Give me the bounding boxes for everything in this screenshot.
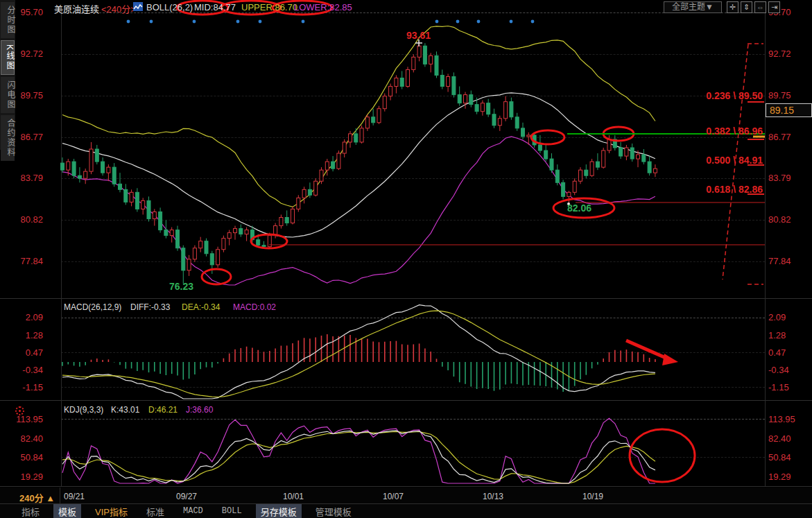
- boll-lower-value: LOWER:82.85: [294, 2, 352, 12]
- toolbar-standard[interactable]: 标准: [141, 504, 169, 518]
- theme-dropdown-button[interactable]: 全部主题▼: [664, 1, 722, 13]
- kdj-indicator-name: KDJ(9,3,3): [64, 405, 103, 415]
- macd-dea-value: DEA:-0.34: [182, 302, 220, 312]
- toolbar-indicators[interactable]: 指标: [17, 504, 44, 518]
- indicator-toolbar: 指标 模板 VIP指标 标准 MACD BOLL 另存模板 管理模板: [0, 504, 812, 518]
- x-axis-label: 10/07: [383, 492, 404, 501]
- support-price-label: 82.06: [567, 202, 591, 214]
- x-axis-label: 09/27: [176, 492, 197, 501]
- toolbar-save-template[interactable]: 另存模板: [256, 504, 302, 518]
- trading-app-window: 分时图 K线图 闪电图 合约资料 美原油连续 <240分> BOLL(26,2)…: [0, 0, 812, 518]
- fib-underline: [748, 193, 764, 195]
- kdj-lines: [62, 418, 655, 483]
- sidebar-tab-time-chart[interactable]: 分时图: [1, 2, 15, 38]
- sidebar-tab-contract-info[interactable]: 合约资料: [1, 115, 15, 161]
- time-strip-divider: [60, 487, 60, 503]
- scale-vertical-icon[interactable]: ⇕: [741, 1, 752, 13]
- macd-hist-value: MACD:0.02: [233, 302, 276, 312]
- peak-price-label: 93.61: [406, 30, 431, 41]
- instrument-title: 美原油连续: [54, 2, 99, 15]
- toolbar-manage-templates[interactable]: 管理模板: [311, 504, 356, 518]
- fib-underline: [748, 164, 764, 166]
- toolbar-vip-indicators[interactable]: VIP指标: [90, 504, 132, 518]
- boll-indicator-name: BOLL(26,2): [146, 2, 193, 12]
- current-price-tag: 89.15: [766, 103, 812, 117]
- macd-diff-value: DIFF:-0.33: [130, 302, 170, 312]
- boll-upper-value: UPPER:86.70: [241, 2, 297, 12]
- kdj-d-value: D:46.21: [148, 405, 178, 415]
- scale-horizontal-icon[interactable]: ⇔: [754, 1, 766, 13]
- fib-underline: [748, 101, 764, 103]
- kline-mini-icon: [133, 2, 143, 11]
- period-label: <240分>: [101, 2, 136, 15]
- toolbar-macd[interactable]: MACD: [178, 506, 208, 517]
- boll-mid-value: MID:84.77: [194, 2, 236, 12]
- kdj-j-value: J:36.60: [186, 405, 213, 415]
- shift-right-icon[interactable]: ⇥: [768, 1, 780, 13]
- x-axis-label: 10/13: [483, 492, 503, 501]
- time-axis: 240分 ▲ 09/21 09/27 10/01 10/07 10/13 10/…: [0, 487, 812, 503]
- x-axis-label: 09/21: [64, 492, 85, 501]
- move-tool-icon[interactable]: ✛: [727, 1, 738, 13]
- x-axis-label: 10/01: [283, 492, 304, 501]
- macd-indicator-name: MACD(26,12,9): [64, 302, 121, 312]
- kdj-k-value: K:43.01: [111, 405, 139, 415]
- fib-level-0382: 0.382 \ 86.96: [706, 126, 763, 137]
- sidebar-tab-kline-chart[interactable]: K线图: [1, 40, 15, 75]
- fib-level-0236: 0.236 \ 89.50: [706, 90, 763, 101]
- x-axis-label: 10/19: [582, 492, 603, 501]
- toolbar-boll[interactable]: BOLL: [217, 506, 247, 517]
- low-price-label: 76.23: [169, 281, 193, 292]
- fib-underline: [748, 139, 764, 140]
- sidebar-tab-lightning-chart[interactable]: 闪电图: [1, 77, 15, 113]
- toolbar-templates[interactable]: 模板: [53, 504, 81, 518]
- indicator-alert-icon[interactable]: [15, 406, 24, 415]
- chart-type-sidebar: 分时图 K线图 闪电图 合约资料: [0, 0, 15, 150]
- kdj-indicator-chart[interactable]: [0, 0, 812, 518]
- period-selector[interactable]: 240分 ▲: [19, 491, 55, 504]
